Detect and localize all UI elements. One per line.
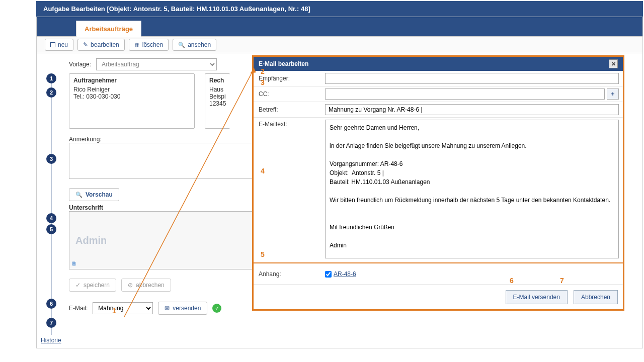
vorlage-select[interactable]: Arbeitsauftrag <box>96 58 217 70</box>
ansehen-button[interactable]: ansehen <box>173 39 216 51</box>
abbrechen-button[interactable]: abbrechen <box>121 279 171 292</box>
email-type-select[interactable]: Mahnung <box>93 302 153 314</box>
send-email-button[interactable]: E-Mail versenden <box>506 290 568 304</box>
search-icon <box>75 191 83 198</box>
speichern-button[interactable]: speichern <box>69 279 116 292</box>
auftragnehmer-tel: Tel.: 030-030-030 <box>73 93 190 100</box>
auftragnehmer-name: Rico Reiniger <box>73 86 190 93</box>
search-icon <box>178 41 185 48</box>
callout-6: 6 <box>510 277 514 285</box>
main-panel: Arbeitsaufträge neu bearbeiten löschen a… <box>36 17 643 348</box>
neu-button[interactable]: neu <box>45 39 73 51</box>
recipient-input[interactable] <box>325 73 619 84</box>
page-icon <box>71 260 77 267</box>
auftragnehmer-heading: Auftragnehmer <box>73 77 190 84</box>
rechnung-card-clipped: Rech Haus Beispi 12345 <box>205 73 230 129</box>
attachment-label: Anhang: <box>254 267 321 281</box>
rechnung-l1: Haus <box>209 86 226 93</box>
subject-label: Betreff: <box>254 102 321 117</box>
callout-4: 4 <box>261 167 265 175</box>
subject-input[interactable] <box>325 104 619 115</box>
historie-link[interactable]: Historie <box>41 337 61 344</box>
attachment-link[interactable]: AR-48-6 <box>334 270 356 278</box>
callout-1: 1 <box>112 307 116 315</box>
tab-strip: Arbeitsaufträge <box>37 17 642 36</box>
body-label: E-Mailtext: <box>254 118 321 131</box>
rechnung-l3: 12345 <box>209 100 226 107</box>
trash-icon <box>134 41 140 48</box>
signature-pad[interactable]: Admin <box>69 211 260 269</box>
loeschen-label: löschen <box>142 41 163 48</box>
window-title: Aufgabe Bearbeiten [Objekt: Antonstr. 5,… <box>36 1 643 17</box>
versenden-button[interactable]: versenden <box>158 302 207 315</box>
email-type-label: E-Mail: <box>69 305 88 312</box>
toolbar: neu bearbeiten löschen ansehen <box>37 36 642 53</box>
callout-5: 5 <box>261 250 265 258</box>
check-icon <box>75 282 80 289</box>
signature-placeholder: Admin <box>75 235 107 246</box>
vorlage-label: Vorlage: <box>69 61 91 68</box>
vorschau-label: Vorschau <box>86 191 113 198</box>
dialog-title: E-Mail bearbeiten <box>259 60 308 67</box>
body-textarea[interactable] <box>325 120 619 258</box>
vorschau-button[interactable]: Vorschau <box>69 188 119 201</box>
tab-arbeitsauftraege[interactable]: Arbeitsaufträge <box>76 21 141 37</box>
neu-label: neu <box>58 41 68 48</box>
dialog-close-button[interactable]: ✕ <box>609 59 618 68</box>
email-dialog: E-Mail bearbeiten ✕ Empfänger: CC: + Bet… <box>252 55 624 311</box>
rechnung-l2: Beispi <box>209 93 226 100</box>
cc-add-button[interactable]: + <box>607 88 619 100</box>
versenden-label: versenden <box>173 305 201 312</box>
attachment-checkbox[interactable] <box>325 271 332 278</box>
auftragnehmer-card: Auftragnehmer Rico Reiniger Tel.: 030-03… <box>69 73 195 129</box>
ansehen-label: ansehen <box>188 41 211 48</box>
pencil-icon <box>83 41 88 48</box>
callout-3: 3 <box>261 78 265 86</box>
cancel-icon <box>128 282 133 289</box>
dialog-titlebar: E-Mail bearbeiten ✕ <box>254 57 623 71</box>
callout-7: 7 <box>560 277 564 285</box>
cc-label: CC: <box>254 86 321 102</box>
status-ok-icon: ✓ <box>212 304 221 313</box>
loeschen-button[interactable]: löschen <box>129 39 169 51</box>
rechnung-heading: Rech <box>209 77 226 84</box>
bearbeiten-label: bearbeiten <box>91 41 119 48</box>
cancel-dialog-button[interactable]: Abbrechen <box>574 290 618 304</box>
callout-2: 2 <box>261 67 265 75</box>
speichern-label: speichern <box>84 282 110 289</box>
abbrechen-label: abbrechen <box>136 282 165 289</box>
bearbeiten-button[interactable]: bearbeiten <box>77 39 125 51</box>
cc-input[interactable] <box>325 88 605 100</box>
plus-icon <box>50 42 55 47</box>
mail-icon <box>165 305 170 312</box>
